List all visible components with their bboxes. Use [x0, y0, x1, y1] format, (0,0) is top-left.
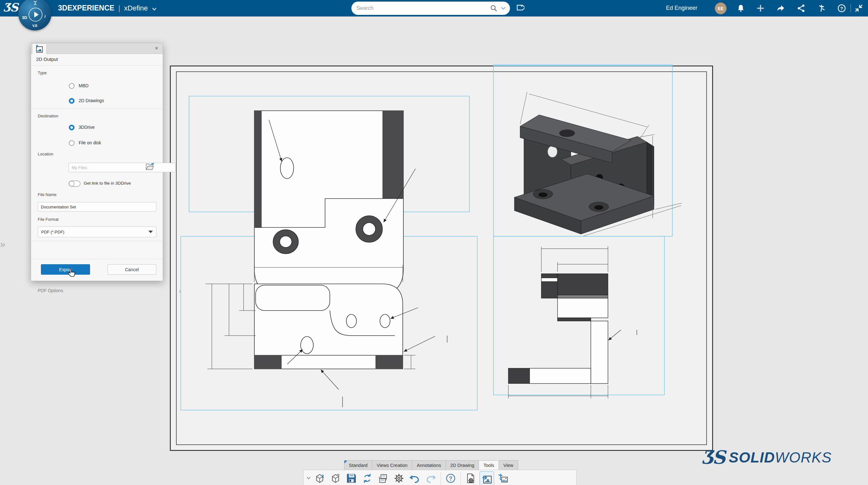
- dialog-tab-strip: [31, 43, 163, 54]
- top-view[interactable]: [254, 111, 415, 294]
- copy-sheet-icon[interactable]: [376, 472, 390, 485]
- radio-file-on-disk[interactable]: [69, 140, 74, 146]
- search-input[interactable]: [356, 5, 490, 12]
- 2d-output-dialog: × 2D Output Type MBD 2D Drawings Destina…: [31, 43, 163, 281]
- cancel-button[interactable]: Cancel: [107, 264, 156, 275]
- panel-expander-chevron-icon[interactable]: »: [0, 239, 11, 251]
- tab-flag: [344, 461, 347, 463]
- tab-2d-drawing[interactable]: 2D Drawing: [445, 460, 479, 470]
- notifications-bell-icon[interactable]: [736, 4, 745, 13]
- user-name[interactable]: Ed Engineer: [666, 5, 698, 11]
- settings-gear-icon[interactable]: [392, 472, 406, 485]
- get-link-label[interactable]: Get link to file in 3DDrive: [84, 181, 131, 186]
- radio-mbd[interactable]: [69, 83, 74, 89]
- file-format-label: File Format: [38, 217, 59, 222]
- compass-i-label: i: [44, 14, 46, 19]
- app-title: 3DEXPERIENCE | xDefine: [58, 4, 156, 12]
- sheet-outer-border: [170, 66, 713, 450]
- app-name: xDefine: [124, 4, 148, 12]
- location-label: Location: [38, 152, 53, 156]
- tab-standard[interactable]: Standard: [344, 460, 372, 470]
- compass-vr-label: V.R: [32, 24, 37, 28]
- import-3d-icon[interactable]: [313, 472, 327, 485]
- select-dropdown-icon: [148, 231, 153, 233]
- ribbon-tabs: Standard Views Creation Annotations 2D D…: [344, 460, 518, 470]
- avatar[interactable]: EE: [715, 3, 726, 14]
- location-input[interactable]: [68, 163, 175, 172]
- file-name-label: File Name: [38, 192, 57, 197]
- radio-mbd-label[interactable]: MBD: [79, 83, 89, 88]
- document-properties-icon[interactable]: [464, 472, 477, 485]
- pdf-options-row[interactable]: PDF Options: [38, 288, 156, 293]
- sync-icon[interactable]: [360, 472, 374, 485]
- dassault-3ds-logo: ƷS: [3, 1, 18, 14]
- brand-name: 3DEXPERIENCE: [58, 4, 115, 12]
- app-window: ƷS 3DEXPERIENCE | xDefine Ed Engineer EE: [0, 0, 868, 485]
- file-name-input[interactable]: [38, 202, 156, 212]
- dialog-title: 2D Output: [36, 57, 58, 62]
- pdf-options-chevron-icon[interactable]: ›: [179, 287, 181, 295]
- save-icon[interactable]: [344, 472, 359, 485]
- compass-3d-label: 3D: [22, 15, 27, 20]
- search-icon[interactable]: [490, 5, 497, 12]
- radio-file-on-disk-label[interactable]: File on disk: [79, 140, 101, 145]
- compass-play-icon: [29, 8, 42, 22]
- export-3d-icon[interactable]: [329, 472, 342, 485]
- search-options-chevron-icon[interactable]: [501, 7, 505, 10]
- top-app-bar: ƷS 3DEXPERIENCE | xDefine Ed Engineer EE: [0, 0, 868, 17]
- solidworks-logo: ƷS SOLID WORKS: [702, 447, 832, 468]
- radio-3ddrive[interactable]: [69, 125, 74, 130]
- share-network-icon[interactable]: [797, 4, 806, 13]
- 3ds-community-person-icon[interactable]: [817, 4, 827, 13]
- close-icon[interactable]: ×: [155, 45, 158, 52]
- radio-3ddrive-label[interactable]: 3DDrive: [79, 125, 95, 130]
- add-plus-icon[interactable]: [756, 4, 765, 13]
- radio-2d-drawings-label[interactable]: 2D Drawings: [79, 98, 104, 103]
- svg-text:?: ?: [840, 6, 843, 11]
- export-button[interactable]: Export: [41, 264, 90, 275]
- redo-icon[interactable]: [424, 472, 438, 485]
- file-format-value: PDF (*.PDF): [41, 230, 64, 235]
- tab-view[interactable]: View: [499, 460, 518, 470]
- toolbar-collapse-chevron-icon[interactable]: [305, 472, 312, 485]
- collapse-fullscreen-icon[interactable]: [855, 4, 863, 13]
- dialog-tab-2d-output[interactable]: [32, 43, 46, 54]
- file-format-select[interactable]: PDF (*.PDF): [38, 226, 156, 237]
- destination-label: Destination: [38, 114, 58, 118]
- toolbar-divider: [440, 472, 441, 485]
- help-icon[interactable]: ?: [837, 4, 846, 13]
- tab-tools[interactable]: Tools: [478, 460, 499, 470]
- tag-icon[interactable]: [516, 3, 525, 12]
- radio-2d-drawings[interactable]: [69, 98, 74, 104]
- ribbon-toolbar: ?: [303, 470, 577, 485]
- 2d-output-tool-icon[interactable]: [479, 472, 494, 485]
- type-label: Type: [38, 70, 46, 75]
- browse-folder-icon[interactable]: [145, 162, 155, 172]
- search-bar[interactable]: [351, 2, 510, 15]
- get-link-toggle[interactable]: [68, 181, 81, 187]
- 2d-output-icon: [35, 45, 43, 53]
- hand-cursor-icon: [67, 268, 76, 279]
- tab-views-creation[interactable]: Views Creation: [372, 460, 412, 470]
- topbar-divider: [850, 4, 851, 12]
- help-circle-icon[interactable]: ?: [444, 472, 458, 485]
- compass-people-icon: [32, 0, 38, 6]
- undo-icon[interactable]: [408, 472, 422, 485]
- share-forward-icon[interactable]: [776, 4, 785, 13]
- app-switcher-chevron-icon[interactable]: [152, 8, 156, 10]
- toolbar-divider: [461, 472, 461, 485]
- publish-image-icon[interactable]: [496, 472, 510, 485]
- svg-text:?: ?: [449, 476, 453, 482]
- tab-annotations[interactable]: Annotations: [412, 460, 445, 470]
